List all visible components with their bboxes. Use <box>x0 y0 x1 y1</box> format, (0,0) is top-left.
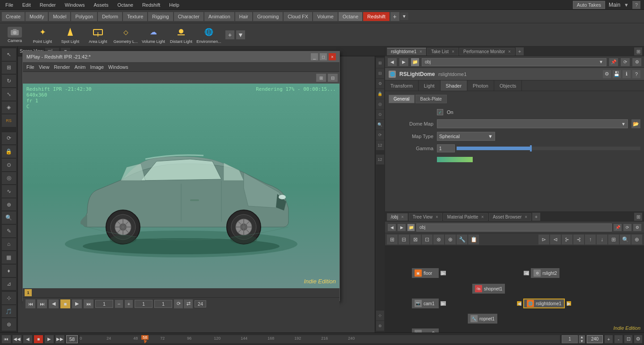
toolbar-grooming[interactable]: Grooming <box>253 12 283 21</box>
node-tab-mat-close[interactable]: × <box>481 215 484 219</box>
tl-btn-stop[interactable]: ■ <box>34 335 43 343</box>
tool12[interactable]: ⊕ <box>2 198 16 211</box>
node-tool6[interactable]: ⊕ <box>445 235 456 244</box>
rs-tab-close-2[interactable]: × <box>452 49 454 54</box>
menu-help[interactable]: Help <box>167 1 181 8</box>
light-tool-environment[interactable]: 🌐 Environmen... <box>196 24 222 46</box>
toolbar-hair[interactable]: Hair <box>235 12 252 21</box>
rs-map-type-select[interactable]: Spherical ▼ <box>437 132 495 141</box>
view-btn10[interactable]: 12 <box>376 155 384 164</box>
rs-panel-btn1[interactable]: ⊞ <box>634 47 642 55</box>
menu-assets[interactable]: Assets <box>92 1 110 8</box>
mplay-tool1[interactable]: ⊞ <box>316 74 326 82</box>
light-tool-geometry[interactable]: ◇ Geometry L... <box>113 24 139 46</box>
view-btn4[interactable]: 🔒 <box>376 89 384 99</box>
view-btn6[interactable]: ⊙ <box>376 109 384 119</box>
play-prev-frame[interactable]: ⏭ <box>37 299 47 308</box>
menu-windows[interactable]: Windows <box>63 1 87 8</box>
light-tool-spot[interactable]: Spot Light <box>57 24 83 46</box>
node-tool7[interactable]: 🔧 <box>457 235 467 244</box>
tl-zoom-in[interactable]: + <box>605 335 613 343</box>
tl-start-frame[interactable] <box>562 335 578 343</box>
toolbar-volume[interactable]: Volume <box>313 12 338 21</box>
rs-prop-tab-light[interactable]: Light <box>419 80 441 91</box>
node-tab-matpalette[interactable]: Material Palette × <box>443 213 488 221</box>
play-next-frame[interactable]: ⏭ <box>84 299 93 308</box>
node-tab-assetbrowser[interactable]: Asset Browser × <box>489 213 531 221</box>
node-tool14[interactable]: ↓ <box>597 235 607 244</box>
node-tab-tree-close[interactable]: × <box>436 215 438 219</box>
node-tool10[interactable]: ⊲ <box>550 235 561 244</box>
view-btn7[interactable]: 🔍 <box>376 120 384 130</box>
rs-dome-map-input[interactable]: ▼ <box>437 119 628 128</box>
menu-redshift[interactable]: Redshift <box>140 1 162 8</box>
node-tool13[interactable]: ↑ <box>585 235 596 244</box>
toolbar-cloudfx[interactable]: Cloud FX <box>284 12 312 21</box>
rs-settings-btn[interactable]: ⚙ <box>632 58 641 66</box>
node-nav-back[interactable]: ◀ <box>388 224 396 231</box>
toolbar-dropdown-arrow[interactable]: ▼ <box>400 13 408 20</box>
tool18[interactable]: ⊿ <box>2 278 16 290</box>
node-tool5[interactable]: ⊗ <box>433 235 444 244</box>
rs-color-swatch[interactable] <box>437 157 473 162</box>
tool7[interactable]: ⟳ <box>2 132 16 145</box>
node-tool12[interactable]: ⊰ <box>573 235 584 244</box>
rs-prop-tab-objects[interactable]: Objects <box>494 80 522 91</box>
node-rslight2[interactable]: ◀ ⚙ rslight2 <box>524 268 559 278</box>
fps-bounce-icon[interactable]: ⇄ <box>184 299 193 308</box>
toolbar-animation[interactable]: Animation <box>204 12 234 21</box>
node-pin[interactable]: 📌 <box>614 224 622 231</box>
rs-dome-gear[interactable]: ⚙ <box>603 70 611 78</box>
mplay-menu-image[interactable]: Image <box>90 64 104 70</box>
node-follow[interactable]: ⟳ <box>623 224 631 231</box>
light-tool-area[interactable]: Area Light <box>85 24 111 46</box>
view-btn3[interactable]: ⚙ <box>376 79 384 88</box>
view-btn9[interactable]: 12 <box>376 140 384 150</box>
tool14[interactable]: ✎ <box>2 225 16 237</box>
select-tool[interactable]: ↖ <box>2 48 16 61</box>
toolbar-modify[interactable]: Modify <box>25 12 48 21</box>
rs-tab-close-1[interactable]: × <box>419 49 422 54</box>
mplay-menu-view[interactable]: View <box>39 64 50 70</box>
tool-bottom2[interactable]: 🎵 <box>2 305 16 318</box>
view-btn8[interactable]: ⟳ <box>376 130 384 140</box>
tl-start-down[interactable]: ▼ <box>579 339 585 343</box>
rs-nav-forward[interactable]: ▶ <box>399 58 408 66</box>
rs-section-general[interactable]: General <box>389 95 415 103</box>
menu-edit[interactable]: Edit <box>21 1 33 8</box>
node-tab-obj[interactable]: /obj × <box>387 213 408 221</box>
rs-gamma-slider[interactable] <box>457 147 640 150</box>
toolbar-create[interactable]: Create <box>2 12 25 21</box>
dropdown-icon[interactable]: ▼ <box>624 2 629 8</box>
frame-end-input[interactable] <box>154 300 172 308</box>
tool15[interactable]: ⌂ <box>2 238 16 251</box>
tl-btn-start[interactable]: ⏮ <box>2 335 11 343</box>
node-rslightdome1[interactable]: ◀ 🌐 rslightdome1 ▶ <box>517 299 571 308</box>
rs-nav-dropdown[interactable]: obj ▼ <box>422 58 606 66</box>
mplay-menu-windows[interactable]: Windows <box>108 64 128 70</box>
mplay-close[interactable]: × <box>329 53 336 60</box>
rs-tab-rslightdome1[interactable]: rslightdome1 × <box>387 48 426 55</box>
tool10[interactable]: ◎ <box>2 172 16 185</box>
play-to-start[interactable]: ⏮ <box>25 299 35 308</box>
toolbar-add-btn[interactable]: + <box>390 12 399 21</box>
rs-dome-info[interactable]: ℹ <box>623 70 631 78</box>
node-tool17[interactable]: ⊕ <box>631 235 642 244</box>
toolbar-model[interactable]: Model <box>49 12 70 21</box>
rs-tab-add[interactable]: + <box>516 47 524 55</box>
toolbar-deform[interactable]: Deform <box>98 12 122 21</box>
mplay-tool2[interactable]: ⊟ <box>328 74 338 82</box>
tool16[interactable]: ▦ <box>2 251 16 264</box>
rs-nav-back[interactable]: ◀ <box>388 58 397 66</box>
tl-btn-play[interactable]: ▶ <box>45 335 54 343</box>
node-canvas[interactable]: ▣ floor ▶ ◀ ⚙ rslight2 🛍 <box>385 246 644 332</box>
frame-input[interactable] <box>95 300 113 308</box>
view-btn1[interactable]: ⊞ <box>376 58 384 68</box>
tool-bottom1[interactable]: ⊹ <box>2 292 16 304</box>
tl-btn-prev[interactable]: ◀◀ <box>13 335 21 343</box>
tool9[interactable]: ⊙ <box>2 159 16 171</box>
rs-prop-tab-photon[interactable]: Photon <box>467 80 494 91</box>
view-btn12[interactable]: ⊛ <box>376 321 384 331</box>
node-tool15[interactable]: ⊞ <box>608 235 619 244</box>
rs-section-backplate[interactable]: Back-Plate <box>415 95 447 103</box>
